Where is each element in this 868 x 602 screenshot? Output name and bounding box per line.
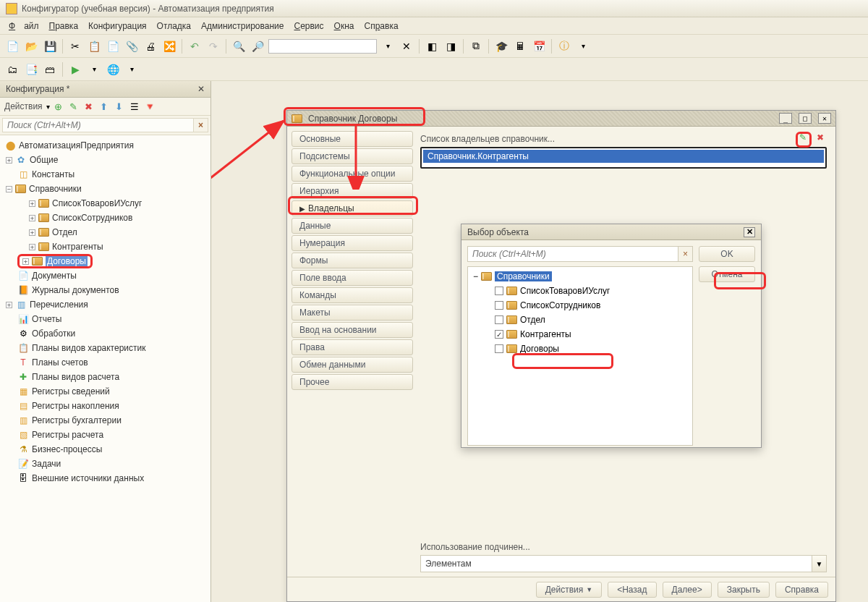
tab-other[interactable]: Прочее (292, 374, 413, 390)
chooser-root[interactable]: − Справочники (470, 269, 690, 284)
tree-node-common[interactable]: +✿Общие (1, 153, 209, 167)
move-up-icon[interactable]: ⬆ (98, 100, 111, 113)
panel-search-input[interactable] (2, 118, 194, 132)
info-icon[interactable]: ⓘ (556, 38, 572, 54)
chevron-down-icon[interactable]: ▼ (812, 556, 826, 572)
tree-node-reports[interactable]: 📊Отчеты (1, 312, 209, 326)
filter-icon[interactable]: 🔻 (143, 100, 156, 113)
tab-commands[interactable]: Команды (292, 287, 413, 303)
tb-icon-2[interactable]: ◨ (443, 38, 459, 54)
menu-debug[interactable]: Отладка (153, 20, 195, 33)
find-icon[interactable]: 🔍 (231, 38, 247, 54)
tab-forms[interactable]: Формы (292, 253, 413, 268)
add-icon[interactable]: ⊕ (52, 100, 65, 113)
footer-help-button[interactable]: Справка (775, 582, 828, 598)
tab-main[interactable]: Основные (292, 131, 413, 147)
chooser-item-contracts[interactable]: Договоры (470, 342, 690, 356)
tb2-icon-1[interactable]: 🗂 (4, 62, 20, 77)
panel-close-icon[interactable]: ✕ (197, 84, 205, 94)
save-icon[interactable]: 💾 (42, 38, 58, 54)
menu-file[interactable]: Файл (4, 20, 43, 33)
tb-icon-4[interactable]: 🎓 (493, 38, 509, 54)
tree-node-charplans[interactable]: 📋Планы видов характеристик (1, 341, 209, 355)
tab-subsystems[interactable]: Подсистемы (292, 148, 413, 164)
menu-config[interactable]: Конфигурация (84, 20, 151, 33)
chooser-tree[interactable]: − Справочники СписокТоваровИУслуг Список… (467, 266, 693, 446)
tree-node-bookreg[interactable]: ▥Регистры бухгалтерии (1, 413, 209, 428)
menu-help[interactable]: Справка (359, 20, 402, 33)
tree-node-counterparty[interactable]: +Контрагенты (1, 239, 209, 254)
tab-rights[interactable]: Права (292, 339, 413, 355)
tree-node-constants[interactable]: ◫Константы (1, 167, 209, 182)
tree-node-accounts[interactable]: ТПланы счетов (1, 355, 209, 370)
tree-node-dept[interactable]: +Отдел (1, 225, 209, 239)
owners-list-item[interactable]: Справочник.Контрагенты (423, 150, 824, 163)
maximize-icon[interactable]: □ (799, 113, 812, 124)
copy-icon[interactable]: 📋 (86, 38, 102, 54)
open-icon[interactable]: 📂 (23, 38, 39, 54)
move-down-icon[interactable]: ⬇ (113, 100, 126, 113)
tab-owners[interactable]: ▶Владельцы (292, 200, 413, 216)
delete-icon[interactable]: ✖ (82, 100, 95, 113)
dialog-close-icon[interactable]: ✕ (818, 113, 831, 124)
chooser-search-clear-icon[interactable]: × (678, 246, 693, 262)
print-icon[interactable]: 🖨 (142, 38, 158, 54)
footer-close-button[interactable]: Закрыть (718, 582, 770, 598)
info-drop-icon[interactable]: ▾ (575, 38, 591, 54)
tree-node-bizproc[interactable]: ⚗Бизнес-процессы (1, 442, 209, 457)
calendar-icon[interactable]: 📅 (531, 38, 547, 54)
edit-icon[interactable]: ✎ (67, 100, 80, 113)
chooser-item-counterparty[interactable]: ✓Контрагенты (470, 327, 690, 342)
tab-numbering[interactable]: Нумерация (292, 235, 413, 251)
menu-edit[interactable]: Правка (45, 20, 83, 33)
chooser-close-icon[interactable]: ✕ (744, 227, 755, 237)
tab-data[interactable]: Данные (292, 218, 413, 234)
tb-icon-1[interactable]: ◧ (424, 38, 440, 54)
tab-exchange[interactable]: Обмен данными (292, 357, 413, 373)
panel-actions-label[interactable]: Действия (4, 101, 43, 111)
owners-list[interactable]: Справочник.Контрагенты (420, 147, 827, 169)
tree-node-accreg[interactable]: ▤Регистры накопления (1, 399, 209, 413)
usage-select[interactable]: Элементам ▼ (420, 555, 827, 572)
tree-node-inforeg[interactable]: ▦Регистры сведений (1, 384, 209, 399)
new-icon[interactable]: 📄 (4, 38, 20, 54)
tree-node-calcplans[interactable]: ✚Планы видов расчета (1, 370, 209, 384)
search-drop-icon[interactable]: ▾ (380, 38, 396, 54)
chooser-item-employees[interactable]: СписокСотрудников (470, 298, 690, 313)
tree-node-extdata[interactable]: 🗄Внешние источники данных (1, 471, 209, 486)
tree-node-calcreg[interactable]: ▧Регистры расчета (1, 428, 209, 442)
cut-icon[interactable]: ✂ (67, 38, 83, 54)
tb2-icon-2[interactable]: 📑 (23, 62, 39, 77)
panel-search-clear-icon[interactable]: × (194, 118, 208, 132)
chooser-item-dept[interactable]: Отдел (470, 313, 690, 327)
tree-node-documents[interactable]: 📄Документы (1, 268, 209, 283)
tab-templates[interactable]: Макеты (292, 305, 413, 321)
chooser-search-input[interactable] (467, 246, 678, 262)
tab-inputbasis[interactable]: Ввод на основании (292, 322, 413, 338)
tab-hierarchy[interactable]: Иерархия (292, 183, 413, 199)
sort-icon[interactable]: ☰ (128, 100, 141, 113)
chooser-item-goods[interactable]: СписокТоваровИУслуг (470, 284, 690, 298)
tree-node-processors[interactable]: ⚙Обработки (1, 326, 209, 341)
tb2-icon-3[interactable]: 🗃 (42, 62, 58, 77)
menu-service[interactable]: Сервис (289, 20, 328, 33)
tree-node-goods[interactable]: +СписокТоваровИУслуг (1, 196, 209, 211)
dialog-titlebar[interactable]: Справочник Договоры _ □ ✕ (287, 111, 835, 127)
tree-root[interactable]: ⬤ АвтоматизацияПредприятия (1, 138, 209, 153)
chooser-titlebar[interactable]: Выбор объекта ✕ (461, 224, 761, 240)
menu-windows[interactable]: Окна (330, 20, 359, 33)
minimize-icon[interactable]: _ (779, 113, 792, 124)
compare-icon[interactable]: 🔀 (161, 38, 177, 54)
zoom-icon[interactable]: 🔎 (250, 38, 265, 54)
tree-node-enums[interactable]: +▥Перечисления (1, 297, 209, 312)
run-icon[interactable]: ▶ (67, 62, 83, 77)
tree-node-employees[interactable]: +СписокСотрудников (1, 211, 209, 225)
tb-icon-3[interactable]: ⧉ (468, 38, 484, 54)
footer-next-button[interactable]: Далее> (663, 582, 712, 598)
footer-back-button[interactable]: <Назад (608, 582, 656, 598)
clear-search-icon[interactable]: ✕ (399, 38, 414, 54)
clipboard-icon[interactable]: 📎 (124, 38, 140, 54)
tree-node-catalogs[interactable]: −Справочники (1, 182, 209, 196)
calc-icon[interactable]: 🖩 (512, 38, 528, 54)
tree-node-journals[interactable]: 📙Журналы документов (1, 283, 209, 297)
